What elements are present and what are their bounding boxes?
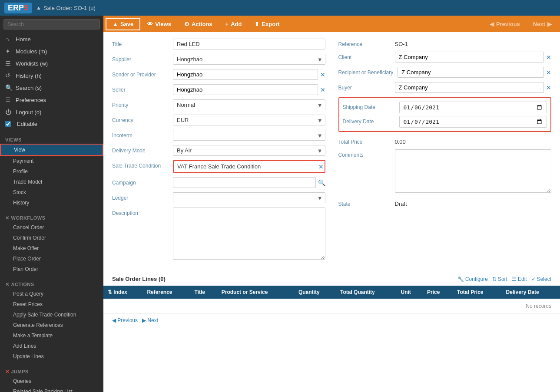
seller-input[interactable]	[173, 84, 318, 95]
buyer-input[interactable]	[395, 82, 544, 93]
col-total-quantity[interactable]: Total Quantity	[336, 286, 397, 299]
supplier-select[interactable]: Hongzhao	[173, 54, 325, 65]
recipient-clear-button[interactable]: ✕	[546, 69, 551, 76]
sidebar-item-preferences[interactable]: ☰ Preferences	[0, 94, 103, 106]
sidebar-item-queries[interactable]: Queries	[0, 376, 103, 386]
col-product[interactable]: Product or Service	[217, 286, 294, 299]
client-input[interactable]	[395, 52, 544, 63]
actions-button[interactable]: ⚙ Actions	[178, 19, 219, 30]
seller-clear-button[interactable]: ✕	[320, 86, 325, 93]
sidebar-item-modules[interactable]: ✦ Modules (m)	[0, 45, 103, 57]
col-delivery-date[interactable]: Delivery Date	[502, 286, 560, 299]
col-index[interactable]: ⇅ Index	[103, 286, 142, 299]
save-button[interactable]: ▲ Save	[106, 18, 140, 30]
sidebar-item-cancel-order[interactable]: Cancel Order	[0, 222, 103, 233]
views-icon: 👁	[147, 21, 153, 27]
export-button[interactable]: ⬆ Export	[249, 19, 285, 30]
delivery-date-input[interactable]	[400, 116, 547, 127]
select-icon: ✓	[531, 276, 536, 282]
supplier-label: Supplier	[112, 54, 169, 63]
home-icon: ⌂	[5, 36, 12, 43]
comments-label: Comments	[338, 149, 391, 158]
sidebar-item-stock[interactable]: Stock	[0, 187, 103, 198]
currency-select[interactable]: EUR	[173, 115, 325, 125]
col-total-price[interactable]: Total Price	[453, 286, 502, 299]
sidebar-item-generate-references[interactable]: Generate References	[0, 320, 103, 330]
buyer-clear-button[interactable]: ✕	[546, 84, 551, 91]
form-row-delivery-mode: Delivery Mode By Air ▼	[112, 145, 325, 156]
sale-trade-condition-clear-button[interactable]: ✕	[318, 163, 324, 170]
campaign-input[interactable]	[173, 177, 316, 188]
campaign-label: Campaign	[112, 177, 169, 186]
shipping-date-input[interactable]	[400, 102, 547, 113]
campaign-search-button[interactable]: 🔍	[318, 179, 325, 186]
previous-button[interactable]: ◀ Previous	[484, 19, 526, 30]
ledger-select[interactable]	[173, 192, 325, 203]
sidebar-section-workflows: ✕WORKFLOWS	[0, 213, 103, 222]
sidebar-item-confirm-order[interactable]: Confirm Order	[0, 233, 103, 243]
modules-icon: ✦	[5, 48, 12, 55]
search-input[interactable]	[3, 19, 100, 30]
priority-select[interactable]: Normal	[173, 99, 325, 110]
edit-link[interactable]: ☰ Edit	[512, 276, 527, 282]
description-textarea[interactable]	[173, 208, 325, 260]
toolbar: ▲ Save 👁 Views ⚙ Actions + Add ⬆ Export …	[103, 16, 560, 32]
state-value: Draft	[395, 198, 552, 207]
order-lines-table: ⇅ Index Reference Title Product or Servi…	[103, 286, 560, 314]
form-row-seller: Seller ✕	[112, 84, 325, 95]
sender-clear-button[interactable]: ✕	[320, 71, 325, 78]
recipient-input[interactable]	[398, 67, 544, 78]
sidebar-item-place-order[interactable]: Place Order	[0, 254, 103, 264]
col-price[interactable]: Price	[423, 286, 453, 299]
col-quantity[interactable]: Quantity	[294, 286, 336, 299]
views-button[interactable]: 👁 Views	[141, 19, 177, 30]
col-title[interactable]: Title	[190, 286, 217, 299]
sidebar-item-update-lines[interactable]: Update Lines	[0, 351, 103, 362]
configure-link[interactable]: 🔧 Configure	[457, 276, 488, 282]
sale-trade-condition-input[interactable]	[175, 162, 316, 171]
next-button[interactable]: Next ▶	[527, 19, 558, 30]
sidebar-item-trade-model[interactable]: Trade Model	[0, 177, 103, 187]
sidebar-item-make-offer[interactable]: Make Offer	[0, 243, 103, 254]
sidebar-item-history[interactable]: ↺ History (h)	[0, 69, 103, 82]
delivery-mode-select[interactable]: By Air	[173, 145, 325, 156]
sidebar-item-editable[interactable]: Editable	[0, 118, 103, 130]
select-link[interactable]: ✓ Select	[531, 276, 551, 282]
form-right: Reference SO-1 Client ✕ Recipient or	[338, 39, 552, 265]
sidebar-section-jumps: ✕JUMPS	[0, 367, 103, 376]
sidebar-item-history-view[interactable]: History	[0, 198, 103, 208]
add-button[interactable]: + Add	[219, 19, 248, 30]
sidebar-item-apply-trade-condition[interactable]: Apply Sale Trade Condition	[0, 310, 103, 320]
editable-checkbox[interactable]	[5, 121, 11, 127]
sidebar-item-logout[interactable]: ⏻ Logout (o)	[0, 106, 103, 118]
comments-textarea[interactable]	[395, 149, 552, 193]
table-next-button[interactable]: ▶ Next	[142, 317, 158, 323]
sidebar-item-reset-prices[interactable]: Reset Prices	[0, 299, 103, 310]
sidebar-item-add-lines[interactable]: Add Lines	[0, 341, 103, 351]
table-previous-button[interactable]: ◀ Previous	[112, 317, 138, 323]
col-reference[interactable]: Reference	[142, 286, 190, 299]
sender-input[interactable]	[173, 69, 318, 80]
sale-trade-condition-label: Sale Trade Condition	[112, 160, 169, 169]
form-row-description: Description	[112, 208, 325, 261]
sidebar-item-search[interactable]: 🔍 Search (s)	[0, 82, 103, 94]
sidebar-item-worklists[interactable]: ☰ Worklists (w)	[0, 57, 103, 69]
shipping-date-label: Shipping Date	[343, 102, 395, 110]
sidebar-item-home[interactable]: ⌂ Home	[0, 33, 103, 45]
sidebar-item-related-packing[interactable]: Related Sale Packing List	[0, 386, 103, 392]
sidebar-item-post-query[interactable]: Post a Query	[0, 289, 103, 299]
sidebar-item-view[interactable]: View	[0, 144, 103, 156]
title-input[interactable]	[173, 39, 325, 49]
col-unit[interactable]: Unit	[396, 286, 423, 299]
sidebar-item-profile[interactable]: Profile	[0, 166, 103, 177]
sort-link[interactable]: ⇅ Sort	[492, 276, 507, 282]
sidebar-section-views: VIEWS	[0, 135, 103, 144]
sidebar-item-make-template[interactable]: Make a Template	[0, 330, 103, 341]
sidebar-item-plan-order[interactable]: Plan Order	[0, 264, 103, 274]
form-row-sender: Sender or Provider ✕	[112, 69, 325, 80]
reference-value: SO-1	[395, 39, 552, 47]
sidebar-item-payment[interactable]: Payment	[0, 156, 103, 166]
incoterm-select[interactable]	[173, 130, 325, 141]
incoterm-label: Incoterm	[112, 130, 169, 138]
client-clear-button[interactable]: ✕	[546, 54, 551, 61]
